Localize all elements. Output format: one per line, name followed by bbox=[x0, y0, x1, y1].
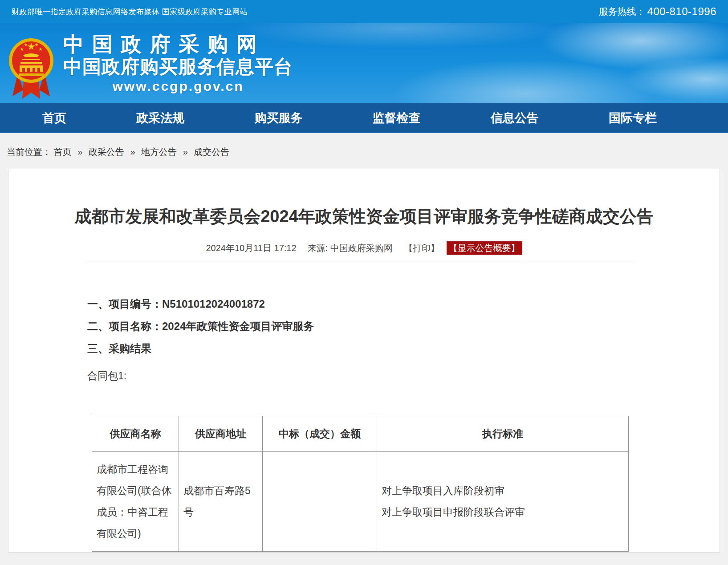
breadcrumb-award-announcements[interactable]: 成交公告 bbox=[194, 147, 229, 157]
cell-award-amount bbox=[263, 451, 377, 551]
execution-standard-line-2: 对上争取项目申报阶段联合评审 bbox=[382, 501, 625, 523]
table-header-row: 供应商名称 供应商地址 中标（成交）金额 执行标准 bbox=[92, 416, 629, 451]
national-emblem-icon: ★ ★ ★ ★ ★ bbox=[9, 29, 53, 101]
page: 财政部唯一指定政府采购信息网络发布媒体 国家级政府采购专业网站 服务热线： 40… bbox=[0, 0, 728, 565]
col-supplier-name: 供应商名称 bbox=[92, 416, 179, 451]
site-subtitle: 中国政府购买服务信息平台 bbox=[63, 56, 293, 78]
topbar-slogan: 财政部唯一指定政府采购信息网络发布媒体 国家级政府采购专业网站 bbox=[12, 7, 248, 17]
cell-supplier-name: 成都市工程咨询有限公司(联合体成员：中咨工程有限公司) bbox=[92, 451, 179, 551]
result-table: 供应商名称 供应商地址 中标（成交）金额 执行标准 成都市工程咨询有限公司(联合… bbox=[92, 416, 629, 552]
execution-standard-line-1: 对上争取项目入库阶段初审 bbox=[382, 480, 625, 501]
breadcrumb-separator: » bbox=[130, 147, 135, 157]
site-header: ★ ★ ★ ★ ★ 中 国 政 府 采 购 网 中国政府购买服务信息平台 www… bbox=[0, 23, 728, 103]
publish-datetime: 2024年10月11日 17:12 bbox=[206, 243, 296, 253]
col-execution-standard: 执行标准 bbox=[377, 416, 629, 451]
svg-text:★: ★ bbox=[39, 47, 43, 52]
show-summary-button[interactable]: 【显示公告概要】 bbox=[447, 241, 522, 255]
svg-text:★: ★ bbox=[20, 47, 24, 52]
contract-package-label: 合同包1: bbox=[87, 371, 720, 381]
article-meta: 2024年10月11日 17:12 来源: 中国政府采购网 【打印】 【显示公告… bbox=[8, 242, 720, 254]
source-label: 来源: bbox=[308, 243, 328, 253]
service-hotline: 服务热线： 400-810-1996 bbox=[599, 5, 716, 18]
article-title: 成都市发展和改革委员会2024年政策性资金项目评审服务竞争性磋商成交公告 bbox=[31, 206, 697, 228]
breadcrumb-procurement-announcements[interactable]: 政采公告 bbox=[89, 147, 124, 157]
breadcrumb-local-announcements[interactable]: 地方公告 bbox=[141, 147, 177, 157]
topbar: 财政部唯一指定政府采购信息网络发布媒体 国家级政府采购专业网站 服务热线： 40… bbox=[0, 0, 728, 23]
hotline-label: 服务热线： bbox=[599, 5, 646, 18]
breadcrumb-label: 当前位置： bbox=[7, 147, 51, 157]
col-supplier-address: 供应商地址 bbox=[179, 416, 263, 451]
project-name-line: 二、项目名称：2024年政策性资金项目评审服务 bbox=[87, 321, 720, 332]
svg-text:★: ★ bbox=[24, 42, 28, 47]
nav-item-regulations[interactable]: 政采法规 bbox=[136, 110, 184, 126]
project-number-line: 一、项目编号：N5101012024001872 bbox=[87, 299, 720, 309]
nav-item-home[interactable]: 首页 bbox=[42, 110, 66, 126]
breadcrumb: 当前位置： 首页 » 政采公告 » 地方公告 » 成交公告 bbox=[0, 133, 728, 158]
main-nav: 首页 政采法规 购买服务 监督检查 信息公告 国际专栏 bbox=[0, 103, 728, 133]
nav-item-announcements[interactable]: 信息公告 bbox=[491, 110, 539, 126]
article-card: 成都市发展和改革委员会2024年政策性资金项目评审服务竞争性磋商成交公告 202… bbox=[8, 169, 720, 553]
article-body: 一、项目编号：N5101012024001872 二、项目名称：2024年政策性… bbox=[87, 299, 720, 552]
hotline-number: 400-810-1996 bbox=[647, 5, 716, 18]
procurement-result-line: 三、采购结果 bbox=[87, 343, 720, 354]
divider bbox=[85, 263, 636, 263]
col-award-amount: 中标（成交）金额 bbox=[263, 416, 377, 451]
nav-item-purchase-services[interactable]: 购买服务 bbox=[254, 110, 302, 126]
nav-item-supervision[interactable]: 监督检查 bbox=[373, 110, 421, 126]
cell-execution-standard: 对上争取项目入库阶段初审 对上争取项目申报阶段联合评审 bbox=[377, 451, 629, 551]
breadcrumb-separator: » bbox=[183, 147, 188, 157]
site-name: 中 国 政 府 采 购 网 bbox=[63, 33, 293, 56]
nav-item-international[interactable]: 国际专栏 bbox=[609, 110, 657, 126]
svg-text:★: ★ bbox=[35, 42, 39, 47]
source-name: 中国政府采购网 bbox=[330, 243, 393, 253]
site-url: www.ccgp.gov.cn bbox=[63, 79, 293, 94]
breadcrumb-separator: » bbox=[77, 147, 82, 157]
table-row: 成都市工程咨询有限公司(联合体成员：中咨工程有限公司) 成都市百寿路5号 对上争… bbox=[92, 451, 629, 551]
site-title-block: 中 国 政 府 采 购 网 中国政府购买服务信息平台 www.ccgp.gov.… bbox=[63, 29, 293, 94]
print-button[interactable]: 【打印】 bbox=[404, 243, 439, 253]
breadcrumb-home[interactable]: 首页 bbox=[54, 147, 72, 157]
site-logo[interactable]: ★ ★ ★ ★ ★ 中 国 政 府 采 购 网 中国政府购买服务信息平台 www… bbox=[9, 29, 293, 101]
cell-supplier-address: 成都市百寿路5号 bbox=[179, 451, 263, 551]
